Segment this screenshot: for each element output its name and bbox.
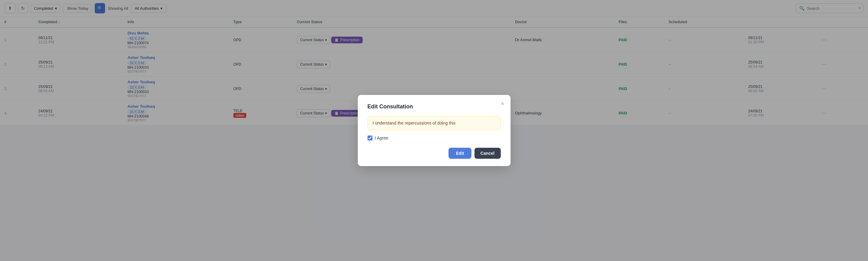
close-icon[interactable]: × [501, 100, 504, 106]
edit-consultation-modal: Edit Consultation × I understand the rep… [358, 95, 510, 126]
modal-title: Edit Consultation [368, 103, 501, 110]
modal-warning-text: I understand the repercussions of doing … [368, 116, 501, 126]
modal-overlay[interactable]: Edit Consultation × I understand the rep… [0, 0, 868, 126]
